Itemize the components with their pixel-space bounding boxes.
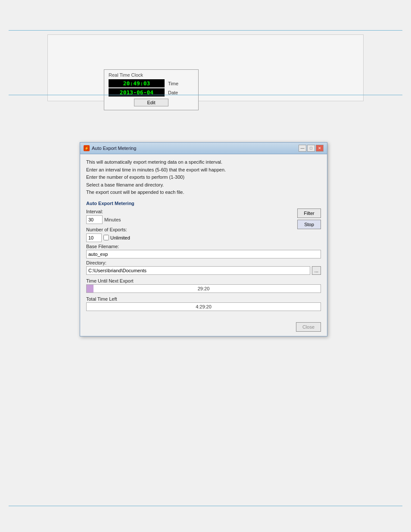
interval-input-row: Minutes [86, 215, 290, 224]
dialog-title-text: Auto Export Metering [92, 146, 136, 151]
desc-line-4: Select a base filename and directory. [86, 181, 321, 189]
window-controls: — □ ✕ [299, 145, 324, 152]
desc-line-3: Enter the number of exports to perform (… [86, 174, 321, 181]
exports-input-row: Unlimited [86, 233, 290, 242]
total-time-section: Total Time Left 4:29:20 [86, 296, 321, 311]
exports-section: Number of Exports: Unlimited [86, 227, 290, 242]
interval-label: Interval: [86, 209, 103, 214]
exports-label: Number of Exports: [86, 227, 127, 232]
right-buttons: Filter Stop [297, 208, 321, 242]
controls-row: Interval: Minutes Number of Exports: [86, 208, 321, 242]
stop-button[interactable]: Stop [297, 220, 321, 229]
total-time-label: Total Time Left [86, 296, 321, 302]
time-until-value: 29:20 [198, 286, 210, 291]
auto-export-dialog: ⚡ Auto Export Metering — □ ✕ This will a… [80, 142, 327, 336]
directory-label: Directory: [86, 260, 321, 265]
dialog-app-icon: ⚡ [84, 145, 90, 151]
base-filename-input[interactable] [86, 250, 321, 258]
desc-line-2: Enter an interval time in minutes (5-60)… [86, 166, 321, 174]
filter-button[interactable]: Filter [297, 208, 321, 218]
rtc-panel-title: Real Time Clock [109, 72, 194, 78]
close-window-button[interactable]: ✕ [316, 145, 324, 152]
rtc-edit-button[interactable]: Edit [134, 99, 168, 106]
top-divider [9, 30, 402, 31]
rtc-time-label: Time [168, 81, 178, 86]
time-until-section: Time Until Next Export 29:20 [86, 278, 321, 293]
exports-label-row: Number of Exports: [86, 227, 290, 233]
bottom-divider [9, 506, 402, 506]
directory-row: ... [86, 266, 321, 275]
left-controls: Interval: Minutes Number of Exports: [86, 208, 290, 242]
dialog-body: This will automatically export metering … [80, 154, 327, 319]
section-title: Auto Export Metering [86, 201, 321, 206]
unlimited-checkbox-label: Unlimited [103, 235, 130, 240]
restore-button[interactable]: □ [307, 145, 315, 152]
dialog-title-left: ⚡ Auto Export Metering [84, 145, 136, 151]
desc-line-5: The export count will be appended to eac… [86, 189, 321, 196]
interval-label-row: Interval: [86, 208, 290, 215]
dialog-window: ⚡ Auto Export Metering — □ ✕ This will a… [80, 142, 327, 336]
unlimited-label: Unlimited [110, 235, 130, 240]
exports-input[interactable] [86, 233, 102, 242]
directory-section: Directory: ... [86, 260, 321, 275]
dialog-titlebar: ⚡ Auto Export Metering — □ ✕ [80, 143, 327, 154]
time-until-progress-fill [87, 285, 93, 292]
base-filename-label: Base Filename: [86, 244, 321, 249]
close-dialog-button[interactable]: Close [296, 322, 321, 332]
unlimited-checkbox[interactable] [103, 235, 109, 240]
rtc-outer-panel: Real Time Clock 20:49:03 Time 2013-06-04… [47, 34, 364, 101]
directory-input[interactable] [86, 266, 310, 275]
time-until-label: Time Until Next Export [86, 278, 321, 283]
total-time-value: 4:29:20 [196, 304, 212, 309]
rtc-date-row: 2013-06-04 Date [109, 88, 194, 96]
dialog-footer: Close [80, 319, 327, 336]
rtc-panel: Real Time Clock 20:49:03 Time 2013-06-04… [104, 69, 199, 110]
rtc-date-display: 2013-06-04 [109, 88, 165, 96]
total-time-progress-bar: 4:29:20 [86, 302, 321, 311]
time-until-progress-bar: 29:20 [86, 284, 321, 293]
browse-button[interactable]: ... [312, 266, 321, 275]
rtc-time-display: 20:49:03 [109, 79, 165, 87]
rtc-time-row: 20:49:03 Time [109, 79, 194, 87]
minimize-button[interactable]: — [299, 145, 306, 152]
base-filename-section: Base Filename: [86, 244, 321, 258]
dialog-description: This will automatically export metering … [86, 159, 321, 196]
mid-divider [9, 95, 402, 95]
rtc-date-label: Date [168, 90, 178, 95]
interval-unit: Minutes [104, 217, 121, 222]
desc-line-1: This will automatically export metering … [86, 159, 321, 166]
interval-input[interactable] [86, 215, 103, 224]
